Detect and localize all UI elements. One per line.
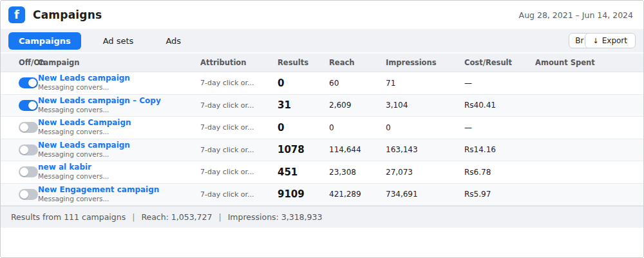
campaign-cell: new al kabir Messaging convers... (38, 163, 200, 181)
tab-ad-sets[interactable]: Ad sets (93, 32, 144, 50)
campaign-name-link[interactable]: New Leads campaign (38, 141, 200, 150)
reach-cell: 2,609 (329, 101, 386, 110)
attribution-cell: 7-day click or... (200, 79, 278, 87)
campaign-count-summary: Results from 111 campaigns (11, 212, 126, 222)
table-row: New Leads campaign Messaging convers... … (1, 72, 643, 95)
toggle-knob (20, 146, 28, 154)
campaign-subtitle: Messaging convers... (38, 172, 200, 181)
table-row: New Leads campaign – Copy Messaging conv… (1, 95, 643, 117)
results-cell: 9109 (278, 188, 329, 200)
table-row: new al kabir Messaging convers... 7-day … (1, 161, 643, 184)
table-body: New Leads campaign Messaging convers... … (1, 72, 643, 206)
campaign-cell: New Leads campaign Messaging convers... (38, 141, 200, 159)
results-cell: 1078 (278, 144, 329, 155)
reach-cell: 60 (329, 79, 386, 88)
attribution-cell: 7-day click or... (200, 123, 278, 132)
reach-summary: Reach: 1,053,727 (141, 212, 212, 222)
column-header-impressions[interactable]: Impressions (386, 58, 464, 67)
date-range[interactable]: Aug 28, 2021 – Jun 14, 2024 (519, 10, 633, 20)
toggle-cell (1, 166, 38, 177)
campaign-subtitle: Messaging convers... (38, 195, 200, 204)
toggle-knob (28, 101, 37, 110)
reach-cell: 0 (329, 123, 386, 132)
toggle-knob (20, 123, 28, 132)
campaign-subtitle: Messaging convers... (38, 128, 200, 137)
impressions-summary: Impressions: 3,318,933 (228, 212, 323, 222)
cost-per-result-cell: Rs14.16 (464, 145, 535, 154)
column-header-results[interactable]: Results (278, 58, 329, 67)
impressions-cell: 71 (386, 79, 464, 88)
toggle-cell (1, 144, 38, 155)
toggle-cell (1, 122, 38, 133)
export-button-label: Export (602, 36, 627, 45)
campaign-cell: New Leads campaign Messaging convers... (38, 74, 200, 92)
summary-footer: Results from 111 campaigns | Reach: 1,05… (1, 206, 643, 228)
toggle-cell (1, 77, 38, 88)
column-header-cost-result[interactable]: Cost/Result (464, 58, 535, 67)
campaign-name-link[interactable]: New Leads campaign – Copy (38, 96, 200, 106)
campaign-name-link[interactable]: New Engagement campaign (38, 185, 200, 195)
tab-bar: Campaigns Ad sets Ads Br ↓Export (1, 29, 643, 52)
empty-area (1, 228, 643, 257)
toggle-knob (20, 168, 28, 176)
table-row: New Leads Campaign Messaging convers... … (1, 117, 643, 139)
facebook-logo-icon: f (8, 6, 25, 23)
campaign-subtitle: Messaging convers... (38, 150, 200, 159)
attribution-cell: 7-day click or... (200, 168, 278, 176)
summary-separator: | (218, 212, 221, 222)
toggle-cell (1, 100, 38, 111)
attribution-cell: 7-day click or... (200, 101, 278, 110)
tab-ads[interactable]: Ads (155, 32, 191, 50)
campaign-name-link[interactable]: new al kabir (38, 163, 200, 172)
download-arrow-icon: ↓ (593, 37, 599, 45)
campaign-toggle[interactable] (19, 144, 38, 155)
cost-per-result-cell: — (464, 79, 535, 88)
column-header-campaign[interactable]: Campaign (38, 58, 200, 67)
results-cell: 451 (278, 166, 329, 178)
reach-cell: 23,308 (329, 168, 386, 177)
toggle-cell (1, 189, 38, 200)
toggle-knob (20, 190, 28, 199)
impressions-cell: 0 (386, 123, 464, 132)
campaign-toggle[interactable] (19, 122, 38, 133)
campaign-subtitle: Messaging convers... (38, 106, 200, 115)
campaign-cell: New Engagement campaign Messaging conver… (38, 185, 200, 204)
campaign-toggle[interactable] (19, 100, 38, 111)
cost-per-result-cell: Rs6.78 (464, 168, 535, 177)
table-row: New Leads campaign Messaging convers... … (1, 139, 643, 162)
results-cell: 0 (278, 122, 329, 134)
app-header: f Campaigns Aug 28, 2021 – Jun 14, 2024 (1, 1, 643, 29)
column-header-off-on: Off/On (1, 58, 38, 67)
reach-cell: 114,644 (329, 145, 386, 154)
attribution-cell: 7-day click or... (200, 190, 278, 199)
attribution-cell: 7-day click or... (200, 146, 278, 154)
table-header: Off/On Campaign Attribution Results Reac… (1, 54, 643, 72)
page-title: Campaigns (33, 8, 102, 21)
cost-per-result-cell: — (464, 123, 535, 132)
campaign-cell: New Leads campaign – Copy Messaging conv… (38, 96, 200, 115)
impressions-cell: 27,073 (386, 168, 464, 177)
table-row: New Engagement campaign Messaging conver… (1, 184, 643, 206)
campaign-cell: New Leads Campaign Messaging convers... (38, 118, 200, 137)
column-header-reach[interactable]: Reach (329, 58, 386, 67)
cost-per-result-cell: Rs5.97 (464, 190, 535, 199)
column-header-attribution[interactable]: Attribution (200, 58, 278, 67)
summary-separator: | (132, 212, 135, 222)
campaign-name-link[interactable]: New Leads Campaign (38, 118, 200, 128)
campaign-toggle[interactable] (19, 77, 38, 88)
ads-manager-window: f Campaigns Aug 28, 2021 – Jun 14, 2024 … (0, 0, 644, 258)
campaign-toggle[interactable] (19, 189, 38, 200)
impressions-cell: 734,691 (386, 190, 464, 199)
reach-cell: 421,289 (329, 190, 386, 199)
cost-per-result-cell: Rs40.41 (464, 101, 535, 110)
campaign-toggle[interactable] (19, 166, 38, 177)
impressions-cell: 163,143 (386, 145, 464, 154)
tab-actions: Br ↓Export (569, 33, 636, 48)
export-button[interactable]: ↓Export (585, 33, 636, 48)
column-header-amount-spent[interactable]: Amount Spent (535, 58, 643, 67)
campaign-subtitle: Messaging convers... (38, 83, 200, 92)
results-cell: 0 (278, 77, 329, 89)
campaign-name-link[interactable]: New Leads campaign (38, 74, 200, 83)
tab-campaigns[interactable]: Campaigns (8, 32, 81, 50)
toggle-knob (28, 79, 37, 87)
